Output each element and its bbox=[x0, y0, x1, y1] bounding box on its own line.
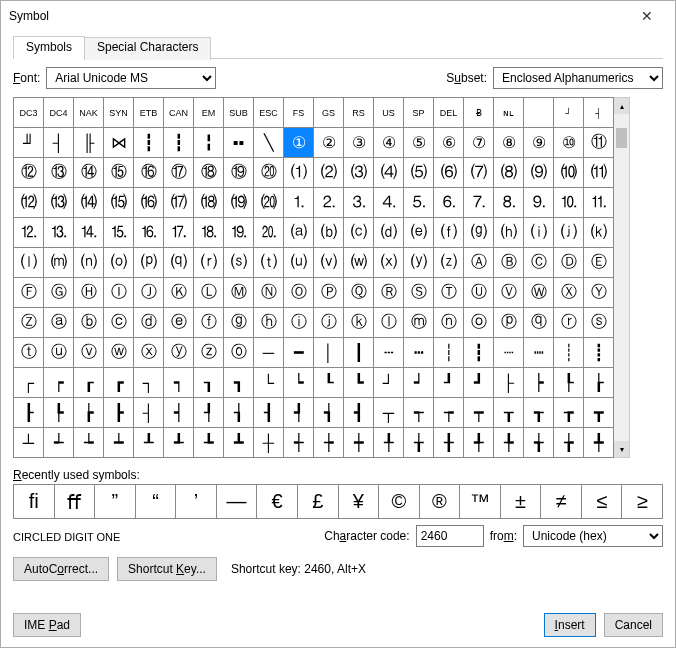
grid-cell[interactable]: ⒗ bbox=[134, 218, 164, 248]
grid-cell[interactable]: ⓑ bbox=[74, 308, 104, 338]
grid-cell[interactable]: ⒏ bbox=[494, 188, 524, 218]
grid-cell[interactable]: ⒚ bbox=[224, 218, 254, 248]
grid-cell[interactable]: Ⓔ bbox=[584, 248, 614, 278]
grid-cell[interactable]: ⓤ bbox=[44, 338, 74, 368]
grid-cell[interactable]: ⒮ bbox=[224, 248, 254, 278]
grid-cell[interactable]: ⓧ bbox=[134, 338, 164, 368]
grid-cell[interactable]: DC4 bbox=[44, 98, 74, 128]
grid-cell[interactable]: ┬ bbox=[374, 398, 404, 428]
grid-cell[interactable]: ⒣ bbox=[494, 218, 524, 248]
grid-cell[interactable]: Ⓧ bbox=[554, 278, 584, 308]
grid-cell[interactable]: ⒱ bbox=[314, 248, 344, 278]
grid-cell[interactable]: ⓠ bbox=[524, 308, 554, 338]
grid-cell[interactable]: ⒤ bbox=[524, 218, 554, 248]
grid-cell[interactable]: ┤ bbox=[134, 398, 164, 428]
grid-cell[interactable]: ┏ bbox=[104, 368, 134, 398]
grid-cell[interactable]: ⓚ bbox=[344, 308, 374, 338]
grid-cell[interactable]: Ⓥ bbox=[494, 278, 524, 308]
grid-cell[interactable]: ┕ bbox=[284, 368, 314, 398]
grid-cell[interactable]: ┐ bbox=[134, 368, 164, 398]
grid-cell[interactable]: Ⓝ bbox=[254, 278, 284, 308]
grid-cell[interactable]: ⒪ bbox=[104, 248, 134, 278]
grid-cell[interactable]: ⒃ bbox=[134, 188, 164, 218]
grid-cell[interactable]: ╏ bbox=[194, 128, 224, 158]
recent-cell[interactable]: € bbox=[257, 485, 298, 519]
grid-cell[interactable]: US bbox=[374, 98, 404, 128]
grid-cell[interactable]: ┵ bbox=[44, 428, 74, 458]
grid-cell[interactable]: ⑰ bbox=[164, 158, 194, 188]
grid-cell[interactable] bbox=[524, 98, 554, 128]
recent-cell[interactable]: ≠ bbox=[541, 485, 582, 519]
grid-cell[interactable]: ⒡ bbox=[434, 218, 464, 248]
grid-cell[interactable]: ┦ bbox=[194, 398, 224, 428]
grid-cell[interactable]: FS bbox=[284, 98, 314, 128]
recent-cell[interactable]: ﬁ bbox=[14, 485, 55, 519]
grid-cell[interactable]: RS bbox=[344, 98, 374, 128]
grid-cell[interactable]: ⒋ bbox=[374, 188, 404, 218]
grid-cell[interactable]: ┊ bbox=[554, 338, 584, 368]
autocorrect-button[interactable]: AutoCorrect... bbox=[13, 557, 109, 581]
grid-cell[interactable]: ┭ bbox=[404, 398, 434, 428]
grid-cell[interactable]: ⒓ bbox=[14, 218, 44, 248]
grid-cell[interactable]: ┘ bbox=[374, 368, 404, 398]
grid-cell[interactable]: Ⓗ bbox=[74, 278, 104, 308]
grid-cell[interactable]: ⓖ bbox=[224, 308, 254, 338]
grid-cell[interactable]: ⓨ bbox=[164, 338, 194, 368]
grid-cell[interactable]: ┛ bbox=[464, 368, 494, 398]
grid-cell[interactable]: ┫ bbox=[344, 398, 374, 428]
grid-cell[interactable]: ⑾ bbox=[584, 158, 614, 188]
grid-cell[interactable]: Ⓤ bbox=[464, 278, 494, 308]
grid-cell[interactable]: ⒩ bbox=[74, 248, 104, 278]
grid-cell[interactable]: ⓟ bbox=[494, 308, 524, 338]
grid-cell[interactable]: ⒇ bbox=[254, 188, 284, 218]
grid-cell[interactable]: DEL bbox=[434, 98, 464, 128]
grid-cell[interactable]: ⒈ bbox=[284, 188, 314, 218]
grid-cell[interactable]: ┾ bbox=[314, 428, 344, 458]
grid-cell[interactable]: ⒭ bbox=[194, 248, 224, 278]
grid-cell[interactable]: ┚ bbox=[434, 368, 464, 398]
recent-cell[interactable]: ’ bbox=[176, 485, 217, 519]
grid-cell[interactable]: ┴ bbox=[14, 428, 44, 458]
recent-cell[interactable]: — bbox=[217, 485, 258, 519]
grid-cell[interactable]: ┳ bbox=[584, 398, 614, 428]
grid-cell[interactable]: ┄ bbox=[374, 338, 404, 368]
grid-cell[interactable]: Ⓣ bbox=[434, 278, 464, 308]
grid-cell[interactable]: ┒ bbox=[194, 368, 224, 398]
grid-cell[interactable]: ├ bbox=[494, 368, 524, 398]
grid-cell[interactable]: ⓔ bbox=[164, 308, 194, 338]
grid-cell[interactable]: ⒉ bbox=[314, 188, 344, 218]
grid-cell[interactable]: ┉ bbox=[524, 338, 554, 368]
grid-cell[interactable]: ⓥ bbox=[74, 338, 104, 368]
grid-cell[interactable]: ⓞ bbox=[464, 308, 494, 338]
grid-cell[interactable]: ┤ bbox=[44, 128, 74, 158]
grid-cell[interactable]: Ⓐ bbox=[464, 248, 494, 278]
grid-cell[interactable]: CAN bbox=[164, 98, 194, 128]
grid-cell[interactable]: Ⓨ bbox=[584, 278, 614, 308]
grid-cell[interactable]: ⒑ bbox=[554, 188, 584, 218]
grid-cell[interactable]: ⓡ bbox=[554, 308, 584, 338]
grid-cell[interactable]: ⓢ bbox=[584, 308, 614, 338]
grid-cell[interactable]: ⒰ bbox=[284, 248, 314, 278]
grid-cell[interactable]: SUB bbox=[224, 98, 254, 128]
grid-cell[interactable]: ╁ bbox=[404, 428, 434, 458]
grid-cell[interactable]: ⒬ bbox=[164, 248, 194, 278]
grid-cell[interactable]: Ⓘ bbox=[104, 278, 134, 308]
grid-cell[interactable]: Ⓙ bbox=[134, 278, 164, 308]
grid-cell[interactable]: ⒛ bbox=[254, 218, 284, 248]
grid-cell[interactable]: ⓕ bbox=[194, 308, 224, 338]
grid-cell[interactable]: ⓝ bbox=[434, 308, 464, 338]
subset-select[interactable]: Enclosed Alphanumerics bbox=[493, 67, 663, 89]
grid-cell[interactable]: ⒘ bbox=[164, 218, 194, 248]
grid-cell[interactable]: ┑ bbox=[164, 368, 194, 398]
grid-cell[interactable]: ┤ bbox=[584, 98, 614, 128]
grid-cell[interactable]: ┌ bbox=[14, 368, 44, 398]
grid-cell[interactable]: ⑫ bbox=[14, 158, 44, 188]
recent-cell[interactable]: ¥ bbox=[339, 485, 380, 519]
grid-cell[interactable]: ⑮ bbox=[104, 158, 134, 188]
grid-cell[interactable]: Ⓛ bbox=[194, 278, 224, 308]
grid-cell[interactable]: Ⓕ bbox=[14, 278, 44, 308]
grid-cell[interactable]: ⑼ bbox=[524, 158, 554, 188]
grid-cell[interactable]: ⒄ bbox=[164, 188, 194, 218]
grid-cell[interactable]: ┹ bbox=[164, 428, 194, 458]
grid-cell[interactable]: ⑶ bbox=[344, 158, 374, 188]
